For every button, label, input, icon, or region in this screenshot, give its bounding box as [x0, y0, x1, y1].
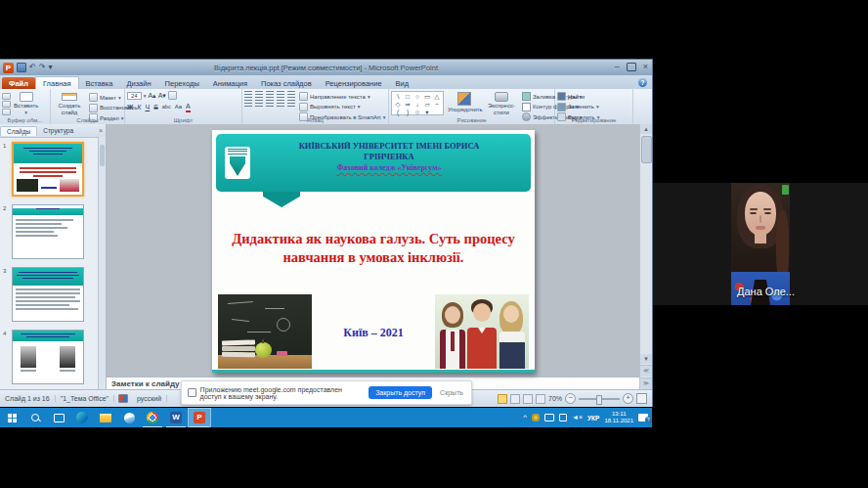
shape-diamond-icon[interactable]: ◇ — [393, 101, 403, 109]
shape-triangle-icon[interactable]: △ — [432, 93, 442, 101]
grow-font-icon[interactable]: А▴ — [148, 91, 155, 100]
clock[interactable]: 13:11 18.11.2021 — [604, 411, 633, 424]
quick-styles-button[interactable]: Экспресс-стили — [485, 91, 518, 115]
shape-line-icon[interactable]: ∖ — [393, 93, 403, 101]
shape-ellipse-icon[interactable]: ○ — [412, 93, 422, 101]
paste-button[interactable]: Вставить ▾ — [14, 91, 38, 115]
shape-star-icon[interactable]: ☆ — [412, 109, 422, 116]
underline-icon[interactable]: Ч — [145, 103, 150, 111]
tab-design[interactable]: Дизайн — [119, 77, 157, 89]
shape-parallelogram-icon[interactable]: ▱ — [422, 101, 432, 109]
tab-file[interactable]: Файл — [2, 77, 35, 89]
shape-brace-right-icon[interactable]: ) — [403, 109, 412, 116]
format-painter-icon[interactable] — [2, 109, 11, 115]
shape-rounded-rect-icon[interactable]: ▭ — [422, 93, 432, 101]
panel-scrollbar[interactable] — [98, 137, 106, 389]
font-color-icon[interactable]: А — [186, 102, 191, 112]
slide-thumbnail-3[interactable] — [12, 267, 84, 322]
shapes-more-icon[interactable]: ▾ — [422, 109, 432, 116]
copy-icon[interactable] — [2, 101, 11, 108]
justify-icon[interactable] — [277, 100, 284, 107]
close-button[interactable]: × — [643, 62, 648, 72]
slideshow-button[interactable] — [536, 394, 545, 404]
change-case-icon[interactable]: Аа — [175, 103, 182, 111]
scroll-up-icon[interactable]: ▲ — [640, 124, 652, 134]
slide-thumbnail-2[interactable] — [12, 204, 84, 259]
tab-transitions[interactable]: Переходы — [158, 77, 206, 89]
bold-icon[interactable]: Ж — [127, 103, 133, 111]
text-direction-button[interactable]: Направление текста▾ — [299, 92, 386, 101]
edge-button[interactable] — [70, 408, 94, 427]
network-icon[interactable] — [559, 414, 567, 421]
tab-insert[interactable]: Вставка — [79, 77, 120, 89]
align-center-icon[interactable] — [255, 100, 263, 107]
language-switcher[interactable]: УКР — [587, 415, 599, 421]
photos-app-button[interactable] — [117, 408, 141, 427]
help-icon[interactable]: ? — [638, 78, 647, 87]
file-explorer-button[interactable] — [94, 408, 117, 427]
tab-home[interactable]: Главная — [35, 76, 79, 89]
numbering-icon[interactable] — [255, 91, 263, 98]
arrange-button[interactable]: Упорядочить — [448, 91, 481, 115]
line-spacing-icon[interactable] — [287, 91, 295, 98]
zoom-slider-thumb[interactable] — [596, 395, 602, 405]
columns-icon[interactable] — [287, 100, 295, 107]
font-size-combo[interactable]: 24 — [127, 92, 142, 100]
hide-share-bar-button[interactable]: Скрыть — [432, 389, 471, 396]
tab-animations[interactable]: Анимация — [206, 77, 254, 89]
italic-icon[interactable]: К — [137, 103, 141, 111]
tab-slideshow[interactable]: Показ слайдов — [254, 77, 319, 89]
align-left-icon[interactable] — [244, 100, 252, 107]
find-button[interactable]: Найти — [557, 92, 630, 101]
shape-curve-icon[interactable]: ~ — [432, 101, 442, 109]
slide-editor[interactable]: КИЇВСЬКИЙ УНІВЕРСИТЕТ ІМЕНІ БОРИСА ГРІНЧ… — [212, 130, 535, 373]
restore-button[interactable] — [627, 63, 636, 71]
previous-slide-button[interactable]: ≪ — [640, 365, 652, 377]
shape-brace-left-icon[interactable]: ( — [393, 109, 403, 116]
normal-view-button[interactable] — [498, 394, 507, 404]
slide-thumbnail-4[interactable] — [12, 330, 84, 384]
close-pane-icon[interactable]: × — [99, 127, 103, 134]
tab-slides-pane[interactable]: Слайды — [0, 126, 37, 136]
slide-sorter-button[interactable] — [510, 394, 520, 404]
scrollbar-thumb[interactable] — [641, 136, 652, 163]
align-right-icon[interactable] — [266, 100, 274, 107]
search-button[interactable] — [23, 408, 47, 427]
tab-outline-pane[interactable]: Структура — [37, 126, 79, 135]
indent-decrease-icon[interactable] — [266, 91, 274, 98]
strikethrough-icon[interactable]: S — [153, 103, 158, 111]
chrome-button[interactable] — [141, 408, 164, 427]
minimize-button[interactable]: – — [615, 62, 620, 72]
tray-app-icon[interactable] — [532, 414, 540, 421]
titlebar[interactable]: P ↶ ↷ ▾ Відкрита лекція.ppt [Режим совме… — [0, 60, 652, 75]
shrink-font-icon[interactable]: А▾ — [158, 91, 166, 100]
participant-video-tile[interactable]: Дана Оле... — [653, 183, 868, 305]
next-slide-button[interactable]: ≫ — [640, 377, 652, 389]
stop-sharing-button[interactable]: Закрыть доступ — [369, 386, 432, 399]
tab-review[interactable]: Рецензирование — [319, 77, 389, 89]
replace-button[interactable]: Заменить▾ — [557, 103, 630, 111]
start-button[interactable] — [0, 408, 23, 427]
clear-formatting-icon[interactable] — [168, 91, 177, 100]
slide-thumbnail-1[interactable] — [12, 142, 84, 197]
language-indicator[interactable]: русский — [132, 395, 167, 402]
canvas-scrollbar[interactable]: ▲ ▼ ≪ ≫ — [639, 124, 652, 389]
cut-icon[interactable] — [2, 93, 11, 100]
new-slide-button[interactable]: Создать слайд — [53, 91, 86, 115]
zoom-out-button[interactable]: − — [565, 393, 576, 404]
shape-arrow-right-icon[interactable]: ⇒ — [403, 101, 412, 109]
scroll-down-icon[interactable]: ▼ — [640, 354, 652, 364]
battery-icon[interactable] — [544, 414, 554, 421]
indent-increase-icon[interactable] — [277, 91, 284, 98]
zoom-in-button[interactable]: + — [623, 393, 633, 404]
notification-center-icon[interactable]: ? — [638, 414, 648, 421]
reading-view-button[interactable] — [523, 394, 533, 404]
shapes-gallery[interactable]: ∖ □ ○ ▭ △ ◇ ⇒ ↓ ▱ ~ ( ) ☆ ▾ — [391, 91, 444, 115]
word-button[interactable]: W — [164, 408, 188, 427]
shape-rect-icon[interactable]: □ — [403, 93, 412, 101]
zoom-slider[interactable] — [579, 398, 620, 400]
fit-to-window-button[interactable] — [636, 393, 647, 404]
task-view-button[interactable] — [47, 408, 70, 427]
character-spacing-icon[interactable]: abc — [162, 103, 171, 111]
powerpoint-button[interactable]: P — [188, 408, 211, 427]
